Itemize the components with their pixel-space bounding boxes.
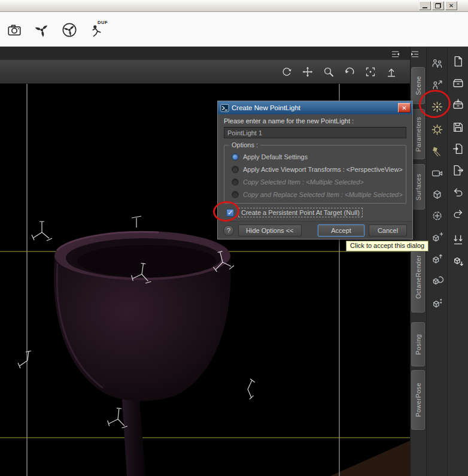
radio-copy-selected-item: Copy Selected Item : <Multiple Selected> — [232, 175, 402, 188]
dialog-close-button[interactable]: ✕ — [398, 103, 411, 113]
radio-copy-replace-selected-item: Copy and Replace Selected Item : <Multip… — [232, 188, 402, 201]
create-spotlight-icon — [431, 145, 443, 157]
radio-icon[interactable] — [232, 166, 239, 173]
create-null-button[interactable] — [429, 207, 445, 224]
tab-label: Posing — [415, 334, 422, 355]
create-cube-spin-icon — [431, 274, 443, 287]
dialog-titlebar[interactable]: Create New PointLight ✕ — [218, 101, 412, 114]
orbit-view-button[interactable] — [278, 63, 296, 81]
pan-view-button[interactable] — [299, 63, 317, 81]
persistent-point-checkbox[interactable]: ✓ — [226, 209, 234, 217]
create-bone-icon — [431, 79, 443, 92]
create-cube-plus-button[interactable] — [429, 229, 445, 245]
window-titlebar[interactable]: ✕ — [0, 0, 468, 12]
options-group: Options : Apply Default Settings Apply A… — [224, 145, 406, 204]
tab-scene[interactable]: Scene — [411, 67, 425, 104]
tab-powerpose[interactable]: PowerPose — [411, 370, 425, 430]
render-camera-icon — [7, 22, 22, 38]
hide-options-button[interactable]: Hide Options << — [238, 225, 302, 237]
dock-panel-right-button[interactable] — [409, 48, 420, 59]
spin-logo-icon — [34, 22, 50, 38]
frame-selection-button[interactable] — [361, 63, 379, 81]
spin-logo-circle-button[interactable] — [60, 20, 79, 40]
create-toolbar — [426, 47, 447, 476]
create-figure-button[interactable] — [429, 55, 445, 72]
daz-studio-window: { "titlebar": { "close_glyph": "✕", "win… — [0, 0, 468, 476]
drawer-arrow-icon — [452, 98, 464, 111]
radio-selected-icon[interactable] — [232, 153, 239, 160]
close-button[interactable]: ✕ — [445, 1, 457, 10]
undo-button[interactable] — [449, 183, 466, 200]
create-sphere-gizmo-button[interactable] — [429, 121, 445, 138]
create-spotlight-button[interactable] — [429, 143, 445, 159]
aim-camera-icon — [385, 66, 397, 78]
main-toolbar-strip: DUF — [0, 12, 468, 47]
accept-button[interactable]: Accept — [318, 225, 364, 237]
file-toolbar — [447, 47, 468, 476]
redo-icon — [452, 207, 464, 220]
help-button[interactable]: ? — [223, 225, 234, 236]
radio-apply-viewport-transforms[interactable]: Apply Active Viewport Transforms : <Pers… — [232, 163, 402, 175]
create-cube-spin-button[interactable] — [429, 272, 445, 289]
radio-apply-default-settings[interactable]: Apply Default Settings — [232, 150, 402, 163]
new-document-button[interactable] — [449, 53, 466, 69]
import-icon — [452, 143, 464, 155]
create-cube-icon — [431, 188, 443, 201]
main-toolbar: DUF — [5, 20, 107, 40]
content-drawer-icon — [452, 77, 464, 89]
close-icon: ✕ — [449, 3, 454, 9]
cancel-button[interactable]: Cancel — [369, 225, 407, 237]
header-strip — [0, 47, 410, 60]
save-button[interactable] — [449, 119, 466, 135]
persistent-point-row[interactable]: ✓ Create a Persistent Point At Target (N… — [226, 208, 406, 217]
create-cube-button[interactable] — [429, 186, 445, 202]
zoom-view-button[interactable] — [320, 63, 338, 81]
create-camera-icon — [431, 166, 443, 179]
tab-octanerender[interactable]: OctaneRender — [411, 242, 425, 313]
save-duf-button[interactable]: DUF — [87, 20, 107, 40]
spin-logo-button[interactable] — [32, 20, 51, 40]
minimize-button[interactable] — [419, 1, 431, 10]
create-cube-up-icon — [431, 253, 443, 265]
tab-label: Parameters — [415, 117, 422, 151]
drawer-arrow-button[interactable] — [449, 96, 466, 113]
tab-posing[interactable]: Posing — [411, 322, 425, 366]
export-button[interactable] — [449, 162, 466, 178]
duf-label: DUF — [98, 20, 108, 25]
create-point-light-button[interactable] — [429, 98, 445, 115]
tab-label: PowerPose — [415, 383, 422, 417]
dock-panel-right-icon — [410, 49, 420, 59]
merge-down-button[interactable] — [449, 231, 466, 248]
dock-panel-left-button[interactable] — [390, 48, 400, 59]
create-cube-up-button[interactable] — [429, 250, 445, 267]
orbit-view-icon — [281, 66, 293, 78]
create-figure-icon — [431, 57, 443, 70]
create-pointlight-dialog: Create New PointLight ✕ Please enter a n… — [217, 101, 413, 239]
persistent-point-label: Create a Persistent Point At Target (Nul… — [238, 208, 363, 217]
aim-camera-button[interactable] — [382, 63, 400, 81]
viewport-controls — [278, 63, 400, 81]
viewport-header — [0, 60, 410, 84]
content-drawer-button[interactable] — [449, 74, 466, 91]
reset-view-button[interactable] — [341, 63, 358, 81]
merge-down-icon — [452, 234, 464, 246]
radio-label: Copy Selected Item : <Multiple Selected> — [243, 178, 364, 186]
import-button[interactable] — [449, 140, 466, 157]
create-camera-button[interactable] — [429, 164, 445, 181]
create-cube-plus-icon — [431, 231, 443, 244]
dialog-footer: ? Hide Options << Accept Cancel — [218, 221, 412, 239]
tab-parameters[interactable]: Parameters — [411, 109, 425, 159]
save-icon — [452, 121, 464, 134]
tab-surfaces[interactable]: Surfaces — [411, 164, 425, 210]
restore-icon — [435, 3, 441, 8]
dialog-title: Create New PointLight — [232, 104, 398, 111]
create-bone-button[interactable] — [429, 77, 445, 93]
create-node-button[interactable] — [429, 295, 445, 311]
undo-icon — [452, 186, 464, 198]
pointlight-name-input[interactable] — [224, 127, 406, 138]
restore-button[interactable] — [432, 1, 444, 10]
redo-button[interactable] — [449, 205, 466, 222]
export-cube-button[interactable] — [449, 253, 466, 269]
render-camera-button[interactable] — [5, 20, 24, 40]
radio-icon — [232, 178, 239, 186]
